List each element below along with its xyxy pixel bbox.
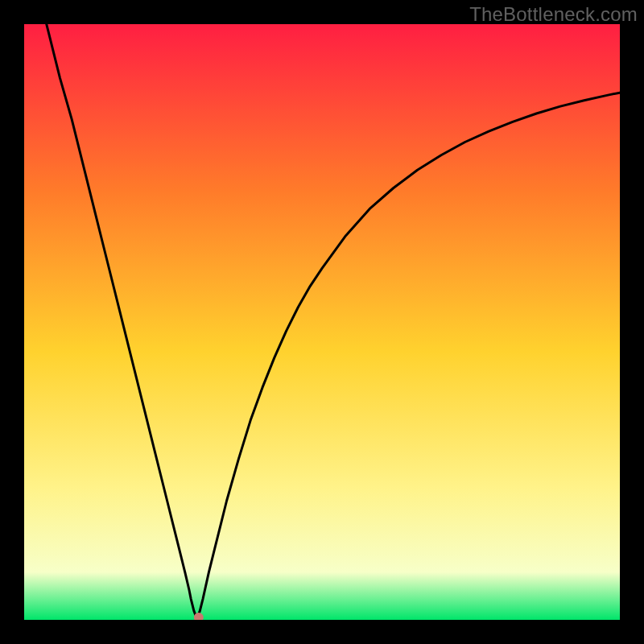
- plot-area: [24, 24, 620, 620]
- bottleneck-curve: [24, 24, 620, 619]
- chart-curve-layer: [24, 24, 620, 620]
- watermark-text: TheBottleneck.com: [469, 3, 638, 26]
- chart-stage: TheBottleneck.com: [0, 0, 644, 644]
